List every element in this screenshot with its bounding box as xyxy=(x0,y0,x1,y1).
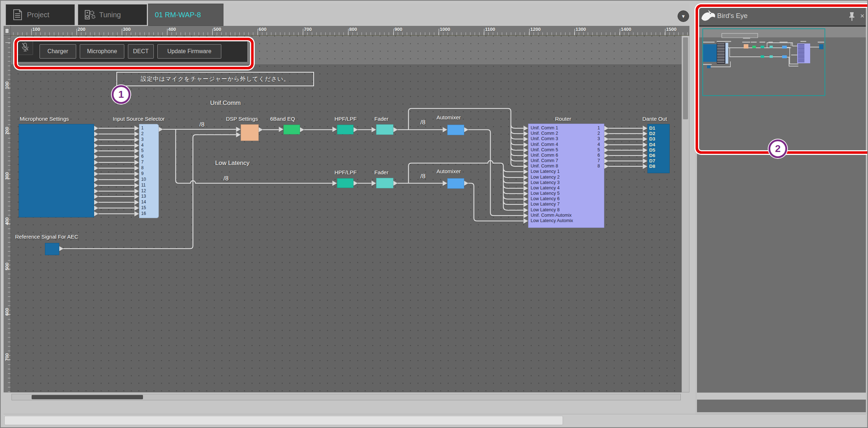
router-input-label: Unif. Comm 6 xyxy=(531,153,558,158)
router-input-label: Low Latency Automix xyxy=(531,218,573,224)
wire-arrow xyxy=(94,160,98,165)
hpf-lpf-block-unif[interactable] xyxy=(337,125,354,134)
wire-arrow xyxy=(523,131,528,137)
hpf-lpf-label-unif: HPF/LPF xyxy=(334,116,357,122)
selector-channel-number: 14 xyxy=(141,199,146,205)
wire-arrow xyxy=(523,142,528,148)
mic-settings-block[interactable] xyxy=(19,124,94,217)
wire-arrow xyxy=(523,197,528,202)
wire-arrow xyxy=(643,164,647,169)
router-input-label: Low Latency 6 xyxy=(531,196,560,202)
v-ruler-number: 100 xyxy=(4,80,10,91)
automixer-block-ll[interactable] xyxy=(447,178,464,189)
window-bottom-scroll-thumb[interactable] xyxy=(4,416,563,425)
dante-port-label: D4 xyxy=(649,142,655,147)
tab-project[interactable]: Project xyxy=(6,4,75,25)
wire-arrow xyxy=(59,246,64,252)
wire-arrow xyxy=(94,143,98,148)
birds-eye-scroll-strip[interactable] xyxy=(697,392,866,400)
automixer-block-unif[interactable] xyxy=(447,125,464,135)
router-input-label: Low Latency 5 xyxy=(531,191,560,196)
router-input-label: Unif. Comm 2 xyxy=(531,131,558,136)
router-input-label: Unif. Comm 7 xyxy=(531,158,558,164)
wire-arrow xyxy=(643,158,647,164)
h-ruler-number: 1200 xyxy=(530,27,541,32)
dante-port-label: D3 xyxy=(649,136,655,142)
ruler-corner xyxy=(4,26,11,36)
wire-arrow xyxy=(523,137,528,142)
tab-bar: Project Tuning 01 RM-WAP-8 xyxy=(4,4,689,26)
ratio-label-ll: /8 xyxy=(223,175,228,182)
fader-block-ll[interactable] xyxy=(376,178,393,188)
router-output-number: 1 xyxy=(590,125,600,131)
setup-notice-banner: 設定中はマイクをチャージャーから外してください。 xyxy=(116,72,314,86)
design-canvas[interactable]: Charger Microphone DECT Update Firmware … xyxy=(11,36,682,392)
wire-arrow xyxy=(332,181,337,186)
fader-block-unif[interactable] xyxy=(376,124,393,135)
selector-channel-number: 15 xyxy=(141,205,146,211)
wire-arrow xyxy=(134,154,139,160)
wire-arrow xyxy=(236,127,241,132)
router-output-number: 8 xyxy=(590,164,600,169)
wire-arrow xyxy=(643,137,647,142)
h-ruler-number: 600 xyxy=(259,27,267,32)
selector-channel-number: 4 xyxy=(141,143,144,148)
annotation-box-1 xyxy=(14,38,254,69)
v-ruler-number: 300 xyxy=(4,171,10,181)
h-ruler-number: 300 xyxy=(123,27,131,32)
router-output-number: 6 xyxy=(590,153,600,158)
canvas-vertical-scrollbar[interactable] xyxy=(682,36,689,392)
wire-arrow xyxy=(94,166,98,171)
wire-arrow xyxy=(523,126,528,131)
dsp-settings-block[interactable] xyxy=(241,124,259,141)
wire-arrow xyxy=(134,132,139,137)
wire-arrow xyxy=(134,148,139,154)
router-output-number: 7 xyxy=(590,158,600,164)
wire-arrow xyxy=(523,153,528,158)
selector-channel-number: 13 xyxy=(141,194,146,199)
wire-arrow xyxy=(604,137,609,142)
router-input-label: Unif. Comm 4 xyxy=(531,142,558,147)
app-window: Project Tuning 01 RM-WAP-8 ▼ 10020030040… xyxy=(0,0,868,428)
wire-arrow xyxy=(643,126,647,131)
wire-arrow xyxy=(604,148,609,153)
6band-eq-block[interactable] xyxy=(283,125,300,134)
canvas-vscroll-thumb[interactable] xyxy=(683,37,688,119)
window-bottom-scrollbar[interactable] xyxy=(4,414,866,427)
unif-comm-heading: Unif.Comm xyxy=(210,100,241,107)
tab-label: 01 RM-WAP-8 xyxy=(155,11,201,19)
selector-channel-number: 7 xyxy=(141,160,144,165)
wire-arrow xyxy=(94,177,98,183)
ratio-label-ll-amx: /8 xyxy=(420,173,425,180)
wire-arrow xyxy=(523,164,528,169)
canvas-hscroll-thumb[interactable] xyxy=(32,395,143,399)
selector-channel-number: 9 xyxy=(141,171,144,176)
router-input-label: Unif. Comm 5 xyxy=(531,147,558,153)
wire-arrow xyxy=(643,142,647,148)
tuning-gear-icon xyxy=(85,9,95,20)
wire-arrow xyxy=(94,137,98,143)
v-ruler-number: 500 xyxy=(4,261,10,272)
automixer-label-ll: Automixer xyxy=(437,168,461,174)
mic-settings-label: Microphone Settings xyxy=(20,116,69,122)
wire-arrow xyxy=(134,160,139,165)
wire-arrow xyxy=(353,127,358,133)
dante-port-label: D1 xyxy=(649,125,655,131)
wire-arrow xyxy=(134,200,139,205)
6band-eq-label: 6Band EQ xyxy=(270,116,295,122)
annotation-callout-1: 1 xyxy=(112,85,130,104)
tab-tuning[interactable]: Tuning xyxy=(78,4,147,25)
wire-arrow xyxy=(443,181,447,186)
wire-arrow xyxy=(300,127,304,133)
wire-arrow xyxy=(604,131,609,137)
canvas-horizontal-scrollbar[interactable] xyxy=(11,394,681,400)
reference-aec-block[interactable] xyxy=(45,243,59,255)
selector-channel-number: 6 xyxy=(141,154,144,159)
wire-arrow xyxy=(134,189,139,194)
hpf-lpf-block-ll[interactable] xyxy=(337,178,354,188)
wire-arrow xyxy=(134,143,139,148)
fader-label-unif: Fader xyxy=(374,116,388,122)
tab-device-rm-wap-8[interactable]: 01 RM-WAP-8 xyxy=(148,4,223,26)
dante-port-label: D6 xyxy=(649,153,655,158)
panel-dropdown-button[interactable]: ▼ xyxy=(678,10,689,22)
